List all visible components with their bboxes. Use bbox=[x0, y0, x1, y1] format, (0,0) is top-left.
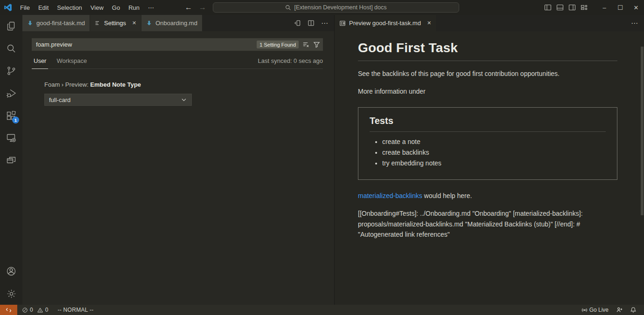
error-icon bbox=[22, 307, 28, 313]
remote-explorer-icon[interactable] bbox=[0, 127, 22, 149]
menu-selection[interactable]: Selection bbox=[53, 0, 86, 15]
settings-editor: 1 Setting Found User Workspace Last sync… bbox=[22, 31, 334, 305]
customize-layout-icon[interactable] bbox=[581, 4, 588, 11]
setting-item-embed-note-type: Foam › Preview: Embed Note Type full-car… bbox=[44, 81, 334, 106]
markdown-file-icon bbox=[146, 20, 152, 26]
broadcast-icon bbox=[581, 307, 588, 313]
feedback-icon[interactable] bbox=[613, 305, 625, 315]
editor-area: good-first-task.md Settings ✕ Onboarding… bbox=[22, 15, 644, 305]
menu-edit[interactable]: Edit bbox=[34, 0, 53, 15]
open-settings-json-icon[interactable] bbox=[294, 20, 301, 27]
list-item: create backlinks bbox=[382, 149, 606, 156]
settings-editor-icon bbox=[95, 20, 101, 26]
link-suffix-text: would help here. bbox=[422, 192, 472, 199]
search-view-icon[interactable] bbox=[0, 37, 22, 60]
tab-close-icon[interactable]: ✕ bbox=[427, 20, 431, 26]
go-back-icon[interactable]: ← bbox=[185, 3, 192, 12]
editor-group-right: Preview good-first-task.md ✕ ⋯ Good Firs… bbox=[335, 15, 644, 305]
scope-tab-workspace[interactable]: Workspace bbox=[55, 57, 89, 68]
tab-preview-good-first-task[interactable]: Preview good-first-task.md ✕ bbox=[335, 15, 436, 31]
menu-view[interactable]: View bbox=[86, 0, 108, 15]
editor-layouts-icon[interactable] bbox=[0, 149, 22, 171]
run-and-debug-icon[interactable] bbox=[0, 82, 22, 104]
manage-settings-gear-icon[interactable] bbox=[0, 282, 22, 305]
markdown-file-icon bbox=[27, 20, 33, 26]
activity-bar: 1 bbox=[0, 15, 22, 305]
settings-result-count-badge: 1 Setting Found bbox=[257, 41, 299, 48]
dropdown-value: full-card bbox=[49, 96, 70, 103]
tab-label: Preview good-first-task.md bbox=[349, 20, 421, 27]
embed-note-type-dropdown[interactable]: full-card bbox=[44, 94, 192, 106]
accounts-icon[interactable] bbox=[0, 260, 22, 282]
chevron-down-icon bbox=[181, 96, 187, 103]
status-bar: 0 0 -- NORMAL -- Go Live bbox=[0, 305, 644, 315]
last-synced-label: Last synced: 0 secs ago bbox=[258, 57, 323, 68]
editor-group-sash[interactable] bbox=[334, 15, 335, 305]
warning-icon bbox=[37, 307, 43, 313]
extensions-badge: 1 bbox=[12, 116, 19, 123]
markdown-preview-icon bbox=[339, 20, 346, 27]
link-references-paragraph: [[Onboarding#Tests]: ../Onboarding.md "O… bbox=[358, 208, 617, 240]
editor-actions: ⋯ bbox=[294, 15, 334, 31]
right-tabbar: Preview good-first-task.md ✕ ⋯ bbox=[335, 15, 644, 31]
materialized-backlinks-link[interactable]: materialized-backlinks bbox=[358, 192, 422, 199]
titlebar-right-controls: – ☐ ✕ bbox=[544, 0, 644, 15]
setting-label: Foam › Preview: Embed Note Type bbox=[44, 81, 334, 88]
menu-file[interactable]: File bbox=[16, 0, 34, 15]
tab-label: good-first-task.md bbox=[36, 20, 85, 27]
go-live-label: Go Live bbox=[589, 307, 609, 313]
extensions-icon[interactable]: 1 bbox=[0, 104, 22, 127]
toggle-secondary-sidebar-icon[interactable] bbox=[568, 4, 576, 11]
settings-search-input[interactable] bbox=[32, 41, 257, 48]
toggle-primary-sidebar-icon[interactable] bbox=[544, 4, 552, 11]
tab-label: Onboarding.md bbox=[155, 20, 197, 27]
go-forward-icon[interactable]: → bbox=[199, 3, 206, 12]
problems-status[interactable]: 0 0 bbox=[19, 305, 51, 315]
settings-search-row: 1 Setting Found bbox=[32, 38, 323, 51]
source-control-icon[interactable] bbox=[0, 60, 22, 82]
list-item: create a note bbox=[382, 138, 606, 145]
tab-onboarding[interactable]: Onboarding.md bbox=[141, 15, 202, 31]
vim-mode-indicator[interactable]: -- NORMAL -- bbox=[55, 305, 96, 315]
window-close-button[interactable]: ✕ bbox=[628, 0, 644, 15]
window-minimize-button[interactable]: – bbox=[596, 0, 612, 15]
command-center-search[interactable]: [Extension Development Host] docs bbox=[213, 2, 459, 13]
menu-go[interactable]: Go bbox=[108, 0, 124, 15]
menu-run[interactable]: Run bbox=[124, 0, 144, 15]
tab-good-first-task[interactable]: good-first-task.md bbox=[22, 15, 90, 31]
embedded-note-title: Tests bbox=[370, 116, 606, 132]
more-actions-icon[interactable]: ⋯ bbox=[321, 19, 329, 27]
explorer-icon[interactable] bbox=[0, 15, 22, 37]
preview-title: Good First Task bbox=[358, 41, 617, 61]
markdown-preview-pane: Good First Task See the backlinks of thi… bbox=[335, 31, 644, 305]
command-center-label: [Extension Development Host] docs bbox=[294, 4, 386, 11]
tab-label: Settings bbox=[104, 20, 126, 27]
tab-close-icon[interactable]: ✕ bbox=[132, 20, 136, 26]
embedded-note-list: create a note create backlinks try embed… bbox=[370, 138, 606, 167]
warning-count: 0 bbox=[45, 307, 49, 313]
error-count: 0 bbox=[30, 307, 33, 313]
titlebar: File Edit Selection View Go Run ⋯ ← → [E… bbox=[0, 0, 644, 15]
more-actions-icon[interactable]: ⋯ bbox=[631, 19, 638, 27]
toggle-panel-icon[interactable] bbox=[556, 4, 564, 11]
window-maximize-button[interactable]: ☐ bbox=[612, 0, 628, 15]
clear-settings-search-icon[interactable] bbox=[302, 41, 309, 48]
search-icon bbox=[285, 5, 291, 11]
go-live-button[interactable]: Go Live bbox=[579, 305, 611, 315]
split-editor-icon[interactable] bbox=[308, 20, 315, 27]
preview-link-paragraph: materialized-backlinks would help here. bbox=[358, 191, 617, 201]
scope-tab-user[interactable]: User bbox=[32, 57, 48, 69]
remote-indicator[interactable] bbox=[0, 305, 17, 315]
embedded-note-card: Tests create a note create backlinks try… bbox=[358, 107, 617, 180]
filter-settings-icon[interactable] bbox=[313, 41, 320, 48]
setting-name: Embed Note Type bbox=[90, 81, 141, 88]
menu-more-icon[interactable]: ⋯ bbox=[144, 0, 158, 15]
list-item: try embedding notes bbox=[382, 159, 606, 167]
tab-settings[interactable]: Settings ✕ bbox=[90, 15, 141, 31]
preview-scrollbar-thumb[interactable] bbox=[641, 47, 644, 215]
vscode-logo-icon bbox=[0, 3, 16, 12]
preview-paragraph: More information under bbox=[358, 87, 617, 96]
editor-group-left: good-first-task.md Settings ✕ Onboarding… bbox=[22, 15, 334, 305]
history-navigation: ← → bbox=[185, 0, 206, 15]
notifications-bell-icon[interactable] bbox=[627, 305, 639, 315]
